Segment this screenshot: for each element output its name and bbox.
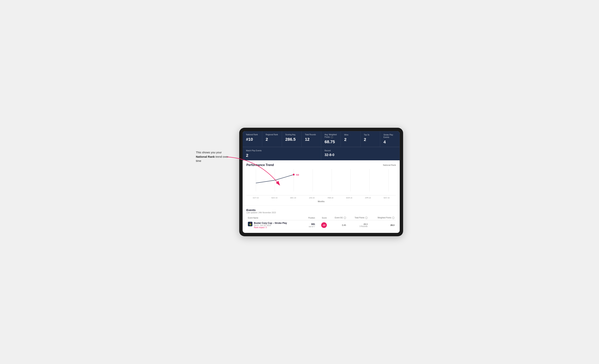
stat-record: Record 32-8-0: [321, 147, 400, 160]
col-event-sg: Event SG i: [328, 215, 348, 220]
stat-regional-rank: Regional Rank 2: [262, 131, 282, 147]
stat-match-play: Match Play Events 2: [243, 147, 321, 160]
total-points-value: 28.3: [349, 223, 368, 225]
event-date: Oct 9 - Oct 10, 2023: [254, 224, 287, 226]
annotation-text: This shows you your National Rank trend …: [196, 150, 234, 163]
stat-national-rank-value: #10: [246, 137, 259, 142]
col-score: Score: [317, 215, 328, 220]
stat-total-rounds-label: Total Rounds: [305, 133, 317, 136]
stat-national-rank-label: National Rank: [246, 133, 259, 136]
stat-avg-weighted-label: Avg. Weighted Points i: [325, 133, 337, 138]
position-sub: out of 7: [305, 225, 315, 228]
x-label-nov23: NOV 23: [265, 197, 284, 199]
rank-marker-dot: [293, 174, 295, 176]
stats-header: National Rank #10 Regional Rank 2 Scorin…: [243, 131, 400, 160]
stat-scoring-avg-label: Scoring Avg.: [285, 133, 298, 136]
stat-scoring-avg: Scoring Avg. 286.5: [282, 131, 302, 147]
stat-total-rounds: Total Rounds 12: [302, 131, 321, 147]
event-position-cell: 6th out of 7: [303, 220, 317, 230]
stat-wins: Wins 2: [341, 131, 360, 147]
stat-top3s: Top 3s 2: [361, 131, 380, 147]
chart-svg: #10: [246, 169, 396, 195]
stat-stroke-play: Stroke Play Events 4: [380, 131, 400, 147]
weighted-points-info-icon: i: [392, 217, 395, 219]
col-weighted-points: Weighted Points i: [369, 215, 396, 220]
events-section: Events Last updated: 24th November 2023 …: [243, 205, 400, 233]
total-points-info-icon: i: [365, 217, 368, 219]
stat-national-rank: National Rank #10: [243, 131, 262, 147]
stat-match-play-label: Match Play Events: [246, 149, 317, 152]
stat-top3s-label: Top 3s: [364, 133, 377, 136]
event-name-cell: ⛳ Buster Cozy Cup – Stroke Play Oct 9 - …: [246, 220, 303, 230]
event-sg-info-icon: i: [344, 217, 346, 219]
event-total-points-cell: 28.3 3 Rounds: [348, 220, 369, 230]
event-name-wrapper: ⛳ Buster Cozy Cup – Stroke Play Oct 9 - …: [248, 222, 302, 229]
stat-match-play-value: 2: [246, 153, 317, 158]
chart-x-axis-title: Months: [246, 200, 396, 203]
stat-top3s-value: 2: [364, 137, 377, 142]
x-label-dec23: DEC 23: [284, 197, 302, 199]
chart-x-labels: OCT 23 NOV 23 DEC 23 JAN 24 FEB 24 MAR 2…: [246, 196, 396, 200]
events-table-header-row: Event Name Position Score Event SG i Tot…: [246, 215, 396, 220]
col-position: Position: [303, 215, 317, 220]
total-points-sub: 3 Rounds: [349, 225, 368, 227]
stat-regional-rank-value: 2: [266, 137, 278, 142]
stat-record-value: 32-8-0: [325, 153, 396, 157]
event-rank-impact: Rank Impact: 3: [254, 226, 287, 229]
events-title: Events: [246, 208, 396, 212]
event-details: Buster Cozy Cup – Stroke Play Oct 9 - Oc…: [254, 222, 287, 229]
stat-regional-rank-label: Regional Rank: [266, 133, 278, 136]
events-table: Event Name Position Score Event SG i Tot…: [246, 215, 396, 230]
performance-trend-header: Performance Trend National Rank: [246, 163, 396, 167]
tablet-frame: National Rank #10 Regional Rank 2 Scorin…: [239, 128, 403, 236]
stat-avg-weighted-value: 68.75: [325, 139, 337, 144]
x-label-apr24: APR 24: [359, 197, 377, 199]
event-score-cell: -22: [317, 220, 328, 230]
x-label-feb24: FEB 24: [321, 197, 340, 199]
stat-stroke-play-label: Stroke Play Events: [384, 133, 396, 139]
stat-stroke-play-value: 4: [384, 140, 396, 144]
score-badge: -22: [321, 222, 327, 228]
col-total-points: Total Points i: [348, 215, 369, 220]
table-row: ⛳ Buster Cozy Cup – Stroke Play Oct 9 - …: [246, 220, 396, 230]
info-icon: i: [331, 136, 333, 138]
event-title: Buster Cozy Cup – Stroke Play: [254, 222, 287, 224]
stat-wins-value: 2: [344, 137, 357, 142]
position-value: 6th: [305, 223, 315, 225]
x-label-may24: MAY 24: [377, 197, 396, 199]
tablet-screen: National Rank #10 Regional Rank 2 Scorin…: [243, 131, 400, 233]
stat-avg-weighted: Avg. Weighted Points i 68.75: [321, 131, 341, 147]
weighted-points-value: 28.3: [390, 224, 395, 226]
performance-chart: #10: [246, 169, 396, 195]
col-event-name: Event Name: [246, 215, 303, 220]
svg-text:#10: #10: [296, 174, 299, 176]
x-label-jan24: JAN 24: [302, 197, 321, 199]
stat-scoring-avg-value: 286.5: [285, 137, 298, 142]
x-label-mar24: MAR 24: [340, 197, 359, 199]
performance-trend-section: Performance Trend National Rank: [243, 160, 400, 205]
performance-trend-title: Performance Trend: [246, 163, 274, 167]
event-weighted-points-cell: 28.3: [369, 220, 396, 230]
stat-wins-label: Wins: [344, 133, 357, 136]
events-last-updated: Last updated: 24th November 2023: [246, 212, 396, 214]
x-label-oct23: OCT 23: [246, 197, 265, 199]
stat-record-label: Record: [325, 149, 396, 152]
event-sg-cell: 0.45: [328, 220, 348, 230]
stat-total-rounds-value: 12: [305, 137, 317, 142]
event-type-icon: ⛳: [248, 222, 252, 226]
performance-trend-label: National Rank: [383, 164, 396, 166]
